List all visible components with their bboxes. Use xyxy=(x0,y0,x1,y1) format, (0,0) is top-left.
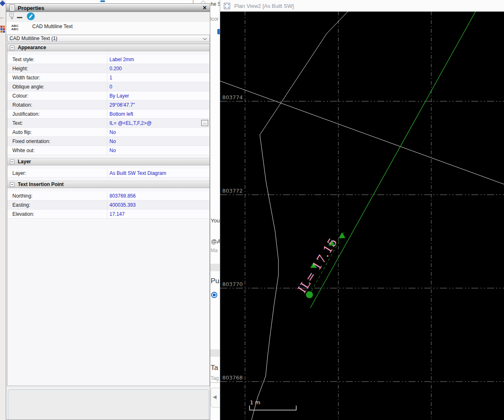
property-value[interactable]: No xyxy=(107,137,209,146)
background-text-fragment: he S xyxy=(211,1,220,7)
background-text-fragment: Icor xyxy=(210,16,219,22)
table-row: Oblique angle: 0 xyxy=(7,82,209,91)
northing-label: 803768 xyxy=(222,375,243,381)
cad-canvas[interactable]: 803774 803772 803770 803768 IL= 17.15 xyxy=(220,12,504,420)
property-value[interactable]: 29°06'47.7" xyxy=(107,100,209,109)
property-grid: Appearance Text style: Label 2mm Height:… xyxy=(7,43,210,386)
table-row: Layer: As Built SW Text Diagram xyxy=(7,169,209,178)
background-window-strip: he S Icor You @A Ma Pu Ta Tag ◀ xyxy=(210,0,220,420)
property-label: Oblique angle: xyxy=(7,82,107,91)
glyph-fragment: ( xyxy=(193,0,194,3)
property-label: Width factor: xyxy=(7,73,107,82)
property-label: Height: xyxy=(7,64,107,73)
table-row: Auto flip: No xyxy=(7,128,209,137)
object-selector[interactable]: CAD Multiline Text (1) xyxy=(7,35,210,42)
plan-view-icon xyxy=(224,3,230,9)
table-row: White out: No xyxy=(7,146,209,155)
plan-view-titlebar[interactable]: Plan View2 [As Built SW] xyxy=(220,0,504,12)
insertion-point-rows: Northing: 803769.856 Easting: 400035.393… xyxy=(7,191,209,219)
properties-titlebar[interactable]: Properties × xyxy=(6,4,210,12)
multiline-text-icon: ABC ABC xyxy=(10,23,20,32)
property-value[interactable]: 17.147 xyxy=(107,210,209,218)
color-palette-icon xyxy=(0,26,5,33)
background-heading-fragment: Ta xyxy=(211,364,218,372)
white-crossing-string[interactable] xyxy=(220,81,504,184)
appearance-rows: Text style: Label 2mm Height: 0.200 Widt… xyxy=(7,55,209,155)
table-row: Justification: Bottom left xyxy=(7,110,209,119)
property-value[interactable]: No xyxy=(107,128,209,136)
property-value[interactable]: Label 2mm xyxy=(107,55,209,64)
property-label: Text: xyxy=(7,119,107,127)
white-boundary-string[interactable] xyxy=(252,12,348,420)
section-header-text-insertion-point: Text Insertion Point xyxy=(7,181,209,188)
collapse-icon[interactable] xyxy=(10,45,14,50)
northing-label: 803772 xyxy=(222,188,243,194)
panel-footer-box xyxy=(8,389,209,420)
input-underline xyxy=(210,382,220,383)
northing-label: 803770 xyxy=(222,281,243,287)
section-header-appearance: Appearance xyxy=(7,44,209,51)
collapse-icon[interactable] xyxy=(10,160,14,164)
triangle-marker xyxy=(339,232,345,238)
property-label: White out: xyxy=(7,146,107,155)
plan-view-title: Plan View2 [As Built SW] xyxy=(234,3,294,9)
object-type-label: CAD Multiline Text xyxy=(32,24,73,29)
collapse-icon[interactable] xyxy=(10,182,14,187)
table-row: Colour: By Layer xyxy=(7,91,209,100)
selected-object-band: ABC ABC CAD Multiline Text xyxy=(6,22,210,34)
background-text-fragment: Ma xyxy=(211,248,218,253)
il-annotation-text[interactable]: IL= 17.15 xyxy=(295,236,340,296)
section-title: Text Insertion Point xyxy=(18,181,64,187)
section-title: Appearance xyxy=(18,45,46,50)
table-row: Northing: 803769.856 xyxy=(7,191,209,200)
property-value[interactable]: 0 xyxy=(107,82,209,91)
attachment-icon: @A xyxy=(211,238,220,245)
close-icon[interactable]: × xyxy=(203,4,207,12)
table-row: Rotation: 29°06'47.7" xyxy=(7,100,209,110)
property-value[interactable]: Bottom left xyxy=(107,110,209,118)
edit-icon[interactable] xyxy=(27,12,35,20)
property-label: Rotation: xyxy=(7,100,107,109)
green-pipe-line[interactable] xyxy=(310,12,475,308)
property-value[interactable]: 803769.856 xyxy=(107,191,209,200)
background-text-fragment: You xyxy=(211,217,220,224)
table-row: Easting: 400035.393 xyxy=(7,200,209,210)
property-value[interactable]: No xyxy=(107,146,209,155)
property-value[interactable]: As Built SW Text Diagram xyxy=(107,169,209,177)
scale-bar: 1 m xyxy=(250,399,296,410)
property-value[interactable]: 400035.393 xyxy=(107,200,209,209)
chevron-down-icon xyxy=(203,36,207,40)
property-label: Text style: xyxy=(7,55,107,64)
table-row: Elevation: 17.147 xyxy=(7,210,209,219)
northing-label: 803774 xyxy=(222,94,243,100)
table-row: Height: 0.200 xyxy=(7,64,209,73)
property-value[interactable]: 1 xyxy=(107,73,209,82)
plan-view-window: Plan View2 [As Built SW] 803774 803772 8… xyxy=(220,0,504,420)
property-value[interactable]: 0.200 xyxy=(107,64,209,73)
section-title: Layer xyxy=(18,159,31,165)
tab-accent-fragment xyxy=(100,0,105,2)
snap-insert-icon[interactable]: + xyxy=(10,13,14,20)
table-row: Fixed orientation: No xyxy=(7,137,209,146)
property-value[interactable]: By Layer xyxy=(107,91,209,100)
document-icon xyxy=(10,5,15,11)
text-edit-button[interactable]: ... xyxy=(201,120,208,126)
table-row: Text: IL= @<EL,T,F,2>@ ... xyxy=(7,119,209,128)
property-label: Layer: xyxy=(7,169,107,177)
table-row: Width factor: 1 xyxy=(7,73,209,82)
scale-bar-label: 1 m xyxy=(250,399,260,406)
background-top-strip: ( xyxy=(6,0,210,3)
back-button[interactable]: ◀ xyxy=(211,388,220,408)
property-label: Elevation: xyxy=(7,210,107,218)
minus-icon[interactable] xyxy=(17,17,22,18)
back-arrow-icon: ← xyxy=(0,13,5,20)
properties-toolbar: + xyxy=(6,12,210,22)
background-heading-fragment: Pu xyxy=(211,277,219,285)
property-value[interactable]: IL= @<EL,T,F,2>@ xyxy=(107,119,209,127)
property-label: Colour: xyxy=(7,91,107,100)
table-row: Text style: Label 2mm xyxy=(7,55,209,64)
divider-bar xyxy=(210,349,220,357)
property-label: Justification: xyxy=(7,110,107,118)
object-selector-value: CAD Multiline Text (1) xyxy=(10,36,57,41)
radio-button[interactable] xyxy=(211,292,217,298)
